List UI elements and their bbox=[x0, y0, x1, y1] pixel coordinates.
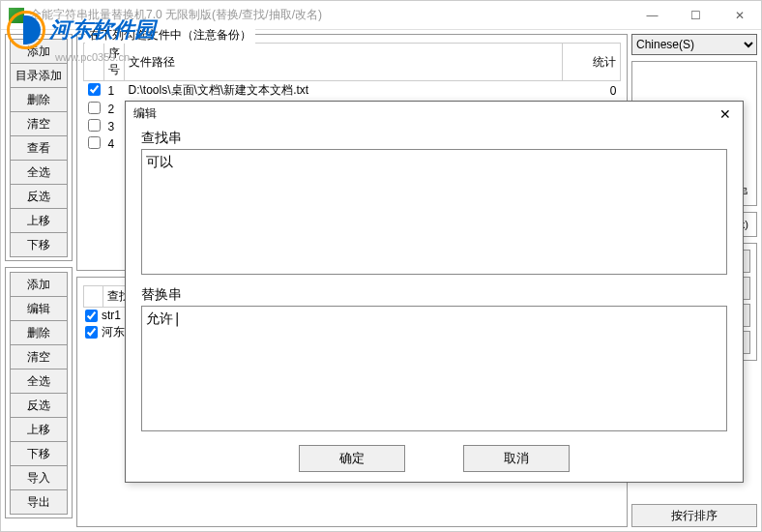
file-btn-全选[interactable]: 全选 bbox=[10, 160, 68, 185]
row-idx: 4 bbox=[104, 135, 125, 153]
string-btn-清空[interactable]: 清空 bbox=[10, 344, 68, 369]
col-seq[interactable]: 序号 bbox=[104, 44, 125, 81]
language-select[interactable]: Chinese(S) bbox=[631, 34, 757, 55]
string-checkbox[interactable] bbox=[85, 310, 98, 322]
file-btn-反选[interactable]: 反选 bbox=[10, 184, 68, 209]
replace-textarea[interactable] bbox=[141, 306, 727, 431]
ok-button[interactable]: 确定 bbox=[299, 445, 405, 472]
close-button[interactable]: ✕ bbox=[718, 1, 761, 30]
titlebar: 全能字符串批量替换机7.0 无限制版(替换/查找/抽取/改名) — ☐ ✕ bbox=[1, 1, 761, 30]
file-btn-删除[interactable]: 删除 bbox=[10, 87, 68, 112]
file-btn-查看[interactable]: 查看 bbox=[10, 135, 68, 161]
row-checkbox[interactable] bbox=[88, 83, 101, 96]
col-stat[interactable]: 统计 bbox=[563, 44, 621, 81]
row-stat: 0 bbox=[563, 81, 621, 101]
string-label: 河东 bbox=[102, 324, 125, 340]
file-btn-添加[interactable]: 添加 bbox=[10, 39, 68, 64]
file-btn-目录添加[interactable]: 目录添加 bbox=[10, 63, 68, 88]
string-btn-导出[interactable]: 导出 bbox=[10, 489, 68, 515]
col-path[interactable]: 文件路径 bbox=[125, 44, 563, 81]
window-title: 全能字符串批量替换机7.0 无限制版(替换/查找/抽取/改名) bbox=[30, 7, 630, 23]
maximize-button[interactable]: ☐ bbox=[674, 1, 718, 30]
string-btn-导入[interactable]: 导入 bbox=[10, 465, 68, 490]
row-idx: 2 bbox=[104, 100, 125, 118]
find-label: 查找串 bbox=[141, 130, 727, 147]
row-idx: 1 bbox=[104, 81, 125, 101]
string-btn-上移[interactable]: 上移 bbox=[10, 417, 68, 442]
string-btn-删除[interactable]: 删除 bbox=[10, 320, 68, 345]
dialog-close-icon[interactable]: ✕ bbox=[716, 104, 735, 124]
replace-label: 替换串 bbox=[141, 286, 727, 304]
string-btn-下移[interactable]: 下移 bbox=[10, 441, 68, 466]
row-checkbox[interactable] bbox=[88, 136, 101, 149]
edit-dialog: 编辑 ✕ 查找串 替换串 确定 取消 bbox=[125, 101, 744, 483]
sort-by-line-button[interactable]: 按行排序 bbox=[631, 504, 757, 527]
dialog-titlebar[interactable]: 编辑 ✕ bbox=[126, 102, 743, 126]
table-row[interactable]: 1 D:\tools\桌面\文档\新建文本文档.txt 0 bbox=[84, 81, 621, 101]
row-checkbox[interactable] bbox=[88, 102, 101, 114]
file-btn-下移[interactable]: 下移 bbox=[10, 232, 68, 257]
string-buttons-panel: 添加编辑删除清空全选反选上移下移导入导出 bbox=[5, 267, 73, 518]
file-buttons-panel: 添加目录添加删除清空查看全选反选上移下移 bbox=[5, 34, 73, 261]
file-btn-上移[interactable]: 上移 bbox=[10, 208, 68, 233]
col-check[interactable] bbox=[84, 44, 104, 81]
file-btn-清空[interactable]: 清空 bbox=[10, 111, 68, 136]
cancel-button[interactable]: 取消 bbox=[463, 445, 570, 472]
string-btn-添加[interactable]: 添加 bbox=[10, 272, 68, 297]
file-list-legend: 在下列勾选文件中（注意备份） bbox=[85, 27, 255, 44]
app-icon bbox=[9, 8, 24, 23]
row-checkbox[interactable] bbox=[88, 119, 101, 132]
string-checkbox[interactable] bbox=[85, 326, 98, 339]
string-btn-反选[interactable]: 反选 bbox=[10, 393, 68, 418]
minimize-button[interactable]: — bbox=[630, 1, 674, 30]
string-label: str1 bbox=[102, 309, 121, 322]
row-idx: 3 bbox=[104, 118, 125, 135]
string-btn-编辑[interactable]: 编辑 bbox=[10, 296, 68, 321]
find-textarea[interactable] bbox=[141, 149, 727, 275]
dialog-title: 编辑 bbox=[133, 105, 716, 122]
string-btn-全选[interactable]: 全选 bbox=[10, 369, 68, 394]
strcol-check[interactable] bbox=[84, 286, 103, 308]
row-path: D:\tools\桌面\文档\新建文本文档.txt bbox=[125, 81, 563, 101]
left-button-column: 添加目录添加删除清空查看全选反选上移下移 添加编辑删除清空全选反选上移下移导入导… bbox=[5, 34, 73, 527]
